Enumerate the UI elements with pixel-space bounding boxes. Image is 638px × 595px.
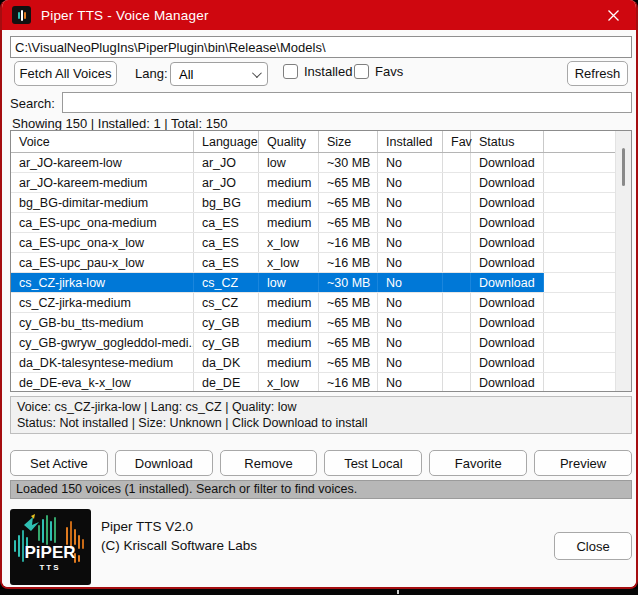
test-local-button[interactable]: Test Local — [324, 450, 422, 476]
lang-select[interactable]: All — [170, 62, 268, 86]
footer: PiPER TTS Piper TTS V2.0 (C) Kriscall So… — [2, 503, 636, 589]
taskbar-notch — [397, 590, 399, 594]
column-header-fav[interactable]: Fav — [443, 131, 471, 152]
table-row[interactable]: cs_CZ-jirka-lowcs_CZlow~30 MBNoDownload — [11, 273, 615, 293]
cell-status[interactable]: Download — [471, 173, 544, 192]
cell-fav — [443, 253, 471, 272]
refresh-button[interactable]: Refresh — [567, 61, 628, 86]
table-row[interactable]: da_DK-talesyntese-mediumda_DKmedium~65 M… — [11, 353, 615, 373]
table-row[interactable]: ar_JO-kareem-lowar_JOlow~30 MBNoDownload — [11, 153, 615, 173]
download-button[interactable]: Download — [115, 450, 213, 476]
version-text: Piper TTS V2.0 — [101, 517, 257, 536]
cell-size: ~16 MB — [319, 253, 378, 272]
table-body: ar_JO-kareem-lowar_JOlow~30 MBNoDownload… — [11, 153, 615, 391]
cell-quality: medium — [259, 353, 319, 372]
cell-fav — [443, 213, 471, 232]
cell-status[interactable]: Download — [471, 373, 544, 391]
column-header-quality[interactable]: Quality — [259, 131, 319, 152]
table-row[interactable]: cs_CZ-jirka-mediumcs_CZmedium~65 MBNoDow… — [11, 293, 615, 313]
cell-installed: No — [378, 293, 443, 312]
cell-size: ~65 MB — [319, 193, 378, 212]
app-icon — [12, 6, 31, 24]
scrollbar-thumb[interactable] — [622, 148, 625, 186]
row-filler — [544, 353, 615, 372]
row-filler — [544, 153, 615, 172]
voice-manager-window: Piper TTS - Voice Manager Fetch All Voic… — [0, 0, 638, 589]
table-row[interactable]: cy_GB-bu_tts-mediumcy_GBmedium~65 MBNoDo… — [11, 313, 615, 333]
favorite-button[interactable]: Favorite — [429, 450, 527, 476]
column-header-installed[interactable]: Installed — [378, 131, 443, 152]
titlebar: Piper TTS - Voice Manager — [2, 0, 636, 30]
cell-quality: medium — [259, 213, 319, 232]
cell-size: ~16 MB — [319, 373, 378, 391]
cell-language: ca_ES — [194, 233, 259, 252]
status-bar: Loaded 150 voices (1 installed). Search … — [10, 480, 632, 499]
cell-voice: ca_ES-upc_ona-x_low — [11, 233, 194, 252]
cell-voice: cy_GB-gwryw_gogleddol-medi... — [11, 333, 194, 352]
cell-fav — [443, 173, 471, 192]
lang-label: Lang: — [135, 66, 168, 81]
column-header-size[interactable]: Size — [319, 131, 378, 152]
cell-voice: da_DK-talesyntese-medium — [11, 353, 194, 372]
table-row[interactable]: cy_GB-gwryw_gogleddol-medi...cy_GBmedium… — [11, 333, 615, 353]
row-filler — [544, 293, 615, 312]
checkbox-box-icon — [283, 64, 298, 79]
detail-line-2: Status: Not installed | Size: Unknown | … — [17, 415, 625, 431]
column-header-status[interactable]: Status — [471, 131, 544, 152]
cell-status[interactable]: Download — [471, 333, 544, 352]
action-button-row: Set Active Download Remove Test Local Fa… — [10, 450, 632, 476]
detail-line-1: Voice: cs_CZ-jirka-low | Lang: cs_CZ | Q… — [17, 399, 625, 415]
table-row[interactable]: ca_ES-upc_pau-x_lowca_ESx_low~16 MBNoDow… — [11, 253, 615, 273]
cell-status[interactable]: Download — [471, 193, 544, 212]
titlebar-close-button[interactable] — [590, 0, 636, 30]
preview-button[interactable]: Preview — [534, 450, 632, 476]
cell-language: da_DK — [194, 353, 259, 372]
favs-checkbox-label: Favs — [375, 64, 403, 79]
column-header-language[interactable]: Language — [194, 131, 259, 152]
cell-installed: No — [378, 313, 443, 332]
column-header-voice[interactable]: Voice — [11, 131, 194, 152]
cell-quality: low — [259, 153, 319, 172]
table-row[interactable]: ar_JO-kareem-mediumar_JOmedium~65 MBNoDo… — [11, 173, 615, 193]
cell-language: ca_ES — [194, 213, 259, 232]
cell-status[interactable]: Download — [471, 273, 544, 292]
cell-size: ~65 MB — [319, 213, 378, 232]
search-input[interactable] — [62, 92, 632, 113]
chevron-down-icon — [252, 68, 262, 78]
cell-status[interactable]: Download — [471, 313, 544, 332]
cell-quality: x_low — [259, 373, 319, 391]
cell-language: ar_JO — [194, 153, 259, 172]
set-active-button[interactable]: Set Active — [10, 450, 108, 476]
cell-status[interactable]: Download — [471, 293, 544, 312]
cell-language: cy_GB — [194, 333, 259, 352]
cell-fav — [443, 353, 471, 372]
table-row[interactable]: ca_ES-upc_ona-x_lowca_ESx_low~16 MBNoDow… — [11, 233, 615, 253]
cell-status[interactable]: Download — [471, 233, 544, 252]
cell-quality: medium — [259, 193, 319, 212]
cell-status[interactable]: Download — [471, 253, 544, 272]
checkbox-box-icon — [354, 64, 369, 79]
cell-status[interactable]: Download — [471, 213, 544, 232]
fetch-all-voices-button[interactable]: Fetch All Voices — [14, 61, 117, 86]
close-icon — [607, 9, 620, 22]
close-button[interactable]: Close — [554, 532, 632, 560]
table-row[interactable]: de_DE-eva_k-x_lowde_DEx_low~16 MBNoDownl… — [11, 373, 615, 391]
cell-status[interactable]: Download — [471, 153, 544, 172]
remove-button[interactable]: Remove — [220, 450, 318, 476]
cell-voice: ca_ES-upc_pau-x_low — [11, 253, 194, 272]
installed-checkbox[interactable]: Installed — [283, 64, 352, 79]
cell-quality: x_low — [259, 253, 319, 272]
favs-checkbox[interactable]: Favs — [354, 64, 403, 79]
cell-language: de_DE — [194, 373, 259, 391]
cell-status[interactable]: Download — [471, 353, 544, 372]
table-row[interactable]: bg_BG-dimitar-mediumbg_BGmedium~65 MBNoD… — [11, 193, 615, 213]
cell-fav — [443, 373, 471, 391]
cell-quality: medium — [259, 313, 319, 332]
vertical-scrollbar[interactable] — [615, 131, 631, 391]
cell-installed: No — [378, 193, 443, 212]
cell-fav — [443, 293, 471, 312]
models-path-input[interactable] — [10, 36, 632, 58]
row-filler — [544, 273, 615, 292]
voice-detail-panel: Voice: cs_CZ-jirka-low | Lang: cs_CZ | Q… — [10, 396, 632, 434]
table-row[interactable]: ca_ES-upc_ona-mediumca_ESmedium~65 MBNoD… — [11, 213, 615, 233]
